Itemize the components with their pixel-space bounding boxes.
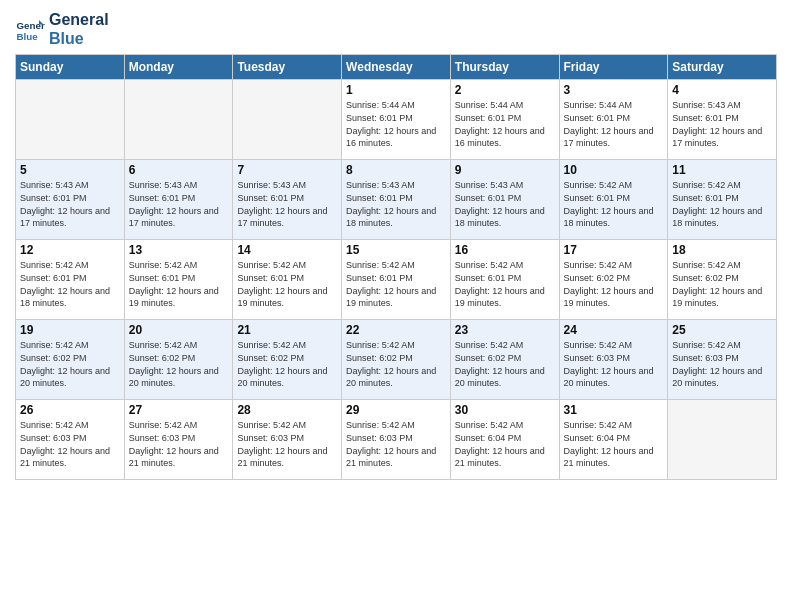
day-number: 19 xyxy=(20,323,120,337)
cell-sun-info: Sunrise: 5:42 AMSunset: 6:02 PMDaylight:… xyxy=(346,339,446,389)
calendar-week-row: 1Sunrise: 5:44 AMSunset: 6:01 PMDaylight… xyxy=(16,80,777,160)
cell-sun-info: Sunrise: 5:42 AMSunset: 6:01 PMDaylight:… xyxy=(129,259,229,309)
cell-sun-info: Sunrise: 5:43 AMSunset: 6:01 PMDaylight:… xyxy=(237,179,337,229)
calendar-cell: 18Sunrise: 5:42 AMSunset: 6:02 PMDayligh… xyxy=(668,240,777,320)
calendar-cell: 22Sunrise: 5:42 AMSunset: 6:02 PMDayligh… xyxy=(342,320,451,400)
calendar-cell: 9Sunrise: 5:43 AMSunset: 6:01 PMDaylight… xyxy=(450,160,559,240)
weekday-header-row: SundayMondayTuesdayWednesdayThursdayFrid… xyxy=(16,55,777,80)
cell-sun-info: Sunrise: 5:43 AMSunset: 6:01 PMDaylight:… xyxy=(20,179,120,229)
logo-icon: General Blue xyxy=(15,14,45,44)
day-number: 31 xyxy=(564,403,664,417)
calendar-cell: 5Sunrise: 5:43 AMSunset: 6:01 PMDaylight… xyxy=(16,160,125,240)
calendar-cell: 2Sunrise: 5:44 AMSunset: 6:01 PMDaylight… xyxy=(450,80,559,160)
calendar-cell: 31Sunrise: 5:42 AMSunset: 6:04 PMDayligh… xyxy=(559,400,668,480)
cell-sun-info: Sunrise: 5:42 AMSunset: 6:01 PMDaylight:… xyxy=(346,259,446,309)
calendar-cell: 8Sunrise: 5:43 AMSunset: 6:01 PMDaylight… xyxy=(342,160,451,240)
calendar-table: SundayMondayTuesdayWednesdayThursdayFrid… xyxy=(15,54,777,480)
day-number: 14 xyxy=(237,243,337,257)
day-number: 13 xyxy=(129,243,229,257)
cell-sun-info: Sunrise: 5:42 AMSunset: 6:04 PMDaylight:… xyxy=(564,419,664,469)
cell-sun-info: Sunrise: 5:43 AMSunset: 6:01 PMDaylight:… xyxy=(129,179,229,229)
calendar-cell: 25Sunrise: 5:42 AMSunset: 6:03 PMDayligh… xyxy=(668,320,777,400)
calendar-cell: 19Sunrise: 5:42 AMSunset: 6:02 PMDayligh… xyxy=(16,320,125,400)
calendar-cell xyxy=(668,400,777,480)
day-number: 29 xyxy=(346,403,446,417)
cell-sun-info: Sunrise: 5:44 AMSunset: 6:01 PMDaylight:… xyxy=(564,99,664,149)
cell-sun-info: Sunrise: 5:43 AMSunset: 6:01 PMDaylight:… xyxy=(455,179,555,229)
cell-sun-info: Sunrise: 5:42 AMSunset: 6:02 PMDaylight:… xyxy=(564,259,664,309)
calendar-cell: 16Sunrise: 5:42 AMSunset: 6:01 PMDayligh… xyxy=(450,240,559,320)
cell-sun-info: Sunrise: 5:42 AMSunset: 6:02 PMDaylight:… xyxy=(20,339,120,389)
cell-sun-info: Sunrise: 5:42 AMSunset: 6:03 PMDaylight:… xyxy=(672,339,772,389)
cell-sun-info: Sunrise: 5:43 AMSunset: 6:01 PMDaylight:… xyxy=(346,179,446,229)
weekday-header-saturday: Saturday xyxy=(668,55,777,80)
day-number: 4 xyxy=(672,83,772,97)
day-number: 10 xyxy=(564,163,664,177)
cell-sun-info: Sunrise: 5:42 AMSunset: 6:01 PMDaylight:… xyxy=(237,259,337,309)
calendar-cell: 6Sunrise: 5:43 AMSunset: 6:01 PMDaylight… xyxy=(124,160,233,240)
day-number: 18 xyxy=(672,243,772,257)
day-number: 30 xyxy=(455,403,555,417)
svg-text:General: General xyxy=(17,20,46,31)
calendar-cell: 24Sunrise: 5:42 AMSunset: 6:03 PMDayligh… xyxy=(559,320,668,400)
page: General Blue General Blue SundayMondayTu… xyxy=(0,0,792,612)
calendar-cell xyxy=(233,80,342,160)
calendar-cell xyxy=(16,80,125,160)
day-number: 20 xyxy=(129,323,229,337)
day-number: 8 xyxy=(346,163,446,177)
calendar-cell: 21Sunrise: 5:42 AMSunset: 6:02 PMDayligh… xyxy=(233,320,342,400)
day-number: 12 xyxy=(20,243,120,257)
cell-sun-info: Sunrise: 5:42 AMSunset: 6:02 PMDaylight:… xyxy=(237,339,337,389)
cell-sun-info: Sunrise: 5:42 AMSunset: 6:01 PMDaylight:… xyxy=(672,179,772,229)
day-number: 3 xyxy=(564,83,664,97)
calendar-cell: 10Sunrise: 5:42 AMSunset: 6:01 PMDayligh… xyxy=(559,160,668,240)
calendar-cell: 3Sunrise: 5:44 AMSunset: 6:01 PMDaylight… xyxy=(559,80,668,160)
cell-sun-info: Sunrise: 5:42 AMSunset: 6:03 PMDaylight:… xyxy=(20,419,120,469)
cell-sun-info: Sunrise: 5:42 AMSunset: 6:02 PMDaylight:… xyxy=(672,259,772,309)
logo: General Blue General Blue xyxy=(15,10,109,48)
calendar-cell: 1Sunrise: 5:44 AMSunset: 6:01 PMDaylight… xyxy=(342,80,451,160)
cell-sun-info: Sunrise: 5:42 AMSunset: 6:03 PMDaylight:… xyxy=(564,339,664,389)
calendar-week-row: 26Sunrise: 5:42 AMSunset: 6:03 PMDayligh… xyxy=(16,400,777,480)
calendar-cell: 20Sunrise: 5:42 AMSunset: 6:02 PMDayligh… xyxy=(124,320,233,400)
weekday-header-wednesday: Wednesday xyxy=(342,55,451,80)
calendar-week-row: 5Sunrise: 5:43 AMSunset: 6:01 PMDaylight… xyxy=(16,160,777,240)
day-number: 6 xyxy=(129,163,229,177)
cell-sun-info: Sunrise: 5:44 AMSunset: 6:01 PMDaylight:… xyxy=(346,99,446,149)
cell-sun-info: Sunrise: 5:44 AMSunset: 6:01 PMDaylight:… xyxy=(455,99,555,149)
weekday-header-monday: Monday xyxy=(124,55,233,80)
day-number: 5 xyxy=(20,163,120,177)
logo-blue: Blue xyxy=(49,29,109,48)
cell-sun-info: Sunrise: 5:42 AMSunset: 6:02 PMDaylight:… xyxy=(455,339,555,389)
calendar-cell: 14Sunrise: 5:42 AMSunset: 6:01 PMDayligh… xyxy=(233,240,342,320)
cell-sun-info: Sunrise: 5:42 AMSunset: 6:03 PMDaylight:… xyxy=(346,419,446,469)
calendar-cell: 27Sunrise: 5:42 AMSunset: 6:03 PMDayligh… xyxy=(124,400,233,480)
weekday-header-sunday: Sunday xyxy=(16,55,125,80)
day-number: 2 xyxy=(455,83,555,97)
calendar-cell xyxy=(124,80,233,160)
day-number: 9 xyxy=(455,163,555,177)
day-number: 25 xyxy=(672,323,772,337)
weekday-header-tuesday: Tuesday xyxy=(233,55,342,80)
calendar-cell: 26Sunrise: 5:42 AMSunset: 6:03 PMDayligh… xyxy=(16,400,125,480)
cell-sun-info: Sunrise: 5:42 AMSunset: 6:01 PMDaylight:… xyxy=(455,259,555,309)
day-number: 15 xyxy=(346,243,446,257)
day-number: 26 xyxy=(20,403,120,417)
calendar-cell: 29Sunrise: 5:42 AMSunset: 6:03 PMDayligh… xyxy=(342,400,451,480)
day-number: 7 xyxy=(237,163,337,177)
day-number: 1 xyxy=(346,83,446,97)
cell-sun-info: Sunrise: 5:42 AMSunset: 6:01 PMDaylight:… xyxy=(564,179,664,229)
weekday-header-friday: Friday xyxy=(559,55,668,80)
day-number: 24 xyxy=(564,323,664,337)
calendar-cell: 15Sunrise: 5:42 AMSunset: 6:01 PMDayligh… xyxy=(342,240,451,320)
calendar-cell: 30Sunrise: 5:42 AMSunset: 6:04 PMDayligh… xyxy=(450,400,559,480)
cell-sun-info: Sunrise: 5:42 AMSunset: 6:02 PMDaylight:… xyxy=(129,339,229,389)
cell-sun-info: Sunrise: 5:42 AMSunset: 6:04 PMDaylight:… xyxy=(455,419,555,469)
day-number: 22 xyxy=(346,323,446,337)
cell-sun-info: Sunrise: 5:43 AMSunset: 6:01 PMDaylight:… xyxy=(672,99,772,149)
calendar-cell: 13Sunrise: 5:42 AMSunset: 6:01 PMDayligh… xyxy=(124,240,233,320)
weekday-header-thursday: Thursday xyxy=(450,55,559,80)
logo-general: General xyxy=(49,10,109,29)
svg-text:Blue: Blue xyxy=(17,31,39,42)
calendar-cell: 12Sunrise: 5:42 AMSunset: 6:01 PMDayligh… xyxy=(16,240,125,320)
